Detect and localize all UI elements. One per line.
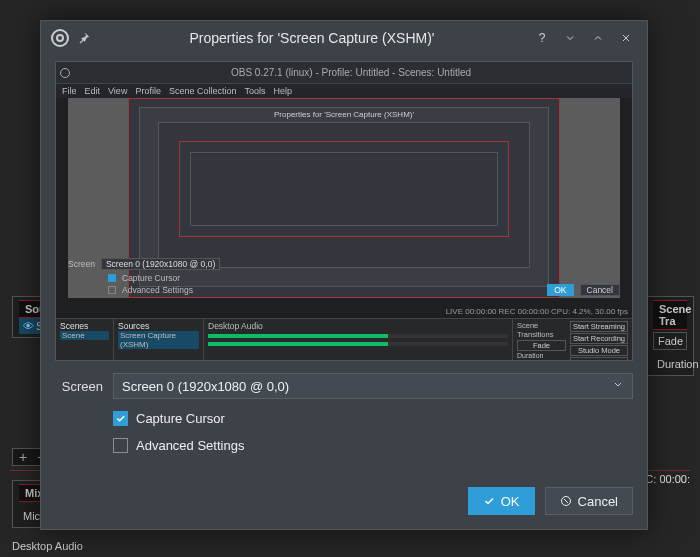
duration-label: Duration bbox=[653, 356, 687, 372]
ok-button[interactable]: OK bbox=[468, 487, 535, 515]
help-button[interactable]: ? bbox=[531, 27, 553, 49]
menu-edit: Edit bbox=[85, 86, 101, 96]
minimize-button[interactable] bbox=[559, 27, 581, 49]
nested-dialog-4 bbox=[190, 152, 498, 226]
preview-transition-value: Fade bbox=[517, 340, 566, 351]
advanced-settings-label: Advanced Settings bbox=[136, 438, 244, 453]
preview-start-recording: Start Recording bbox=[570, 333, 628, 344]
checkbox-icon bbox=[113, 438, 128, 453]
nested-dialog-3 bbox=[179, 141, 509, 237]
source-preview: OBS 0.27.1 (linux) - Profile: Untitled -… bbox=[55, 61, 633, 361]
obs-logo-icon bbox=[51, 29, 69, 47]
transition-select[interactable]: Fade bbox=[653, 332, 687, 350]
preview-capture-cursor-check bbox=[108, 274, 116, 282]
preview-ok-button: OK bbox=[547, 284, 573, 296]
cancel-button-label: Cancel bbox=[578, 494, 618, 509]
close-button[interactable] bbox=[615, 27, 637, 49]
preview-screen-value: Screen 0 (1920x1080 @ 0,0) bbox=[101, 258, 220, 270]
preview-mixer-label: Desktop Audio bbox=[208, 321, 508, 331]
dialog-footer: OK Cancel bbox=[41, 473, 647, 529]
dialog-title: Properties for 'Screen Capture (XSHM)' bbox=[190, 30, 435, 46]
menu-profile: Profile bbox=[135, 86, 161, 96]
cancel-icon bbox=[560, 495, 572, 507]
eye-icon: 👁 bbox=[23, 320, 34, 332]
preview-scene-item: Scene bbox=[60, 331, 109, 340]
advanced-settings-checkbox[interactable]: Advanced Settings bbox=[55, 438, 633, 453]
menu-file: File bbox=[62, 86, 77, 96]
menu-help: Help bbox=[273, 86, 292, 96]
pin-icon[interactable] bbox=[75, 29, 93, 47]
preview-window-title: OBS 0.27.1 (linux) - Profile: Untitled -… bbox=[74, 67, 628, 78]
menu-tools: Tools bbox=[244, 86, 265, 96]
screen-select[interactable]: Screen 0 (1920x1080 @ 0,0) bbox=[113, 373, 633, 399]
preview-titlebar: OBS 0.27.1 (linux) - Profile: Untitled -… bbox=[56, 62, 632, 84]
preview-start-streaming: Start Streaming bbox=[570, 321, 628, 332]
preview-screen-label: Screen bbox=[68, 259, 95, 269]
preview-inner-checks2: Advanced Settings OK Cancel bbox=[68, 282, 620, 298]
capture-cursor-checkbox[interactable]: Capture Cursor bbox=[55, 411, 633, 426]
chevron-down-icon bbox=[612, 379, 624, 394]
preview-source-item: Screen Capture (XSHM) bbox=[118, 331, 199, 349]
preview-volume-meter bbox=[208, 334, 508, 338]
menu-view: View bbox=[108, 86, 127, 96]
add-icon[interactable]: + bbox=[19, 449, 27, 465]
cancel-button[interactable]: Cancel bbox=[545, 487, 633, 515]
preview-advanced-label: Advanced Settings bbox=[122, 285, 193, 295]
properties-dialog: Properties for 'Screen Capture (XSHM)' ?… bbox=[40, 20, 648, 530]
ok-button-label: OK bbox=[501, 494, 520, 509]
maximize-button[interactable] bbox=[587, 27, 609, 49]
menu-scene-collection: Scene Collection bbox=[169, 86, 237, 96]
preview-sources-header: Sources bbox=[118, 321, 199, 331]
checkbox-icon bbox=[113, 411, 128, 426]
preview-studio-mode: Studio Mode bbox=[570, 345, 628, 356]
screen-row: Screen Screen 0 (1920x1080 @ 0,0) bbox=[55, 373, 633, 399]
screen-select-value: Screen 0 (1920x1080 @ 0,0) bbox=[122, 379, 289, 394]
preview-scenes-header: Scenes bbox=[60, 321, 109, 331]
preview-transitions-header: Scene Transitions bbox=[517, 321, 566, 339]
desktop-audio-label: Desktop Audio bbox=[12, 540, 83, 552]
scene-transitions-panel: Scene Tra Fade Duration bbox=[646, 296, 694, 376]
capture-cursor-label: Capture Cursor bbox=[136, 411, 225, 426]
preview-bottom-docks: Scenes Scene Sources Screen Capture (XSH… bbox=[56, 318, 632, 360]
preview-cancel-button: Cancel bbox=[580, 284, 620, 296]
scene-transitions-header: Scene Tra bbox=[653, 300, 687, 330]
preview-advanced-check bbox=[108, 286, 116, 294]
preview-statusbar: LIVE 00:00:00 REC 00:00:00 CPU: 4.2%, 30… bbox=[446, 307, 628, 316]
nested-dialog-title: Properties for 'Screen Capture (XSHM)' bbox=[140, 108, 548, 119]
preview-duration-value: 300ms bbox=[517, 359, 538, 361]
nested-dialog-2 bbox=[158, 122, 530, 268]
check-icon bbox=[483, 495, 495, 507]
preview-settings: Settings bbox=[570, 357, 628, 361]
preview-duration-label: Duration bbox=[517, 352, 543, 359]
obs-logo-icon bbox=[60, 68, 70, 78]
dialog-titlebar: Properties for 'Screen Capture (XSHM)' ? bbox=[41, 21, 647, 55]
preview-menubar: File Edit View Profile Scene Collection … bbox=[56, 84, 632, 98]
preview-volume-meter bbox=[208, 342, 508, 346]
screen-label: Screen bbox=[55, 379, 103, 394]
